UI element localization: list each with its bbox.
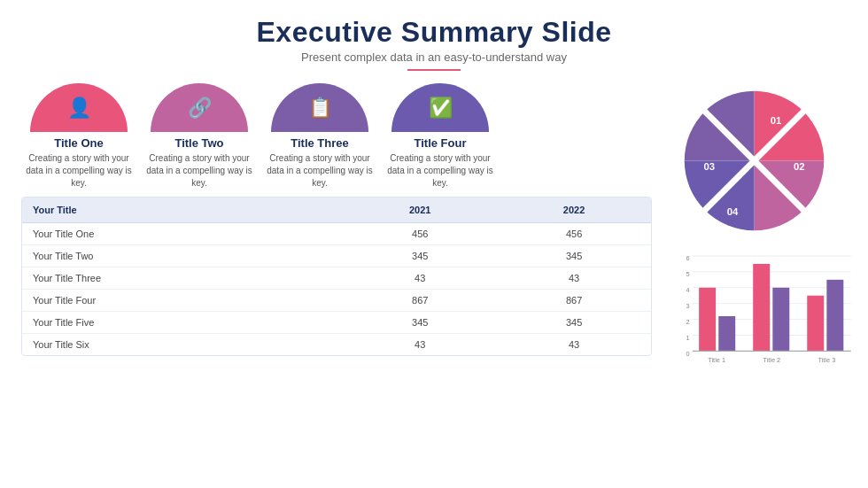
data-table: Your Title20212022 Your Title One456456Y… <box>21 197 652 356</box>
bar-1-1 <box>699 288 716 352</box>
table-row: Your Title One456456 <box>22 223 651 245</box>
card-icon-four: ✅ <box>429 97 453 120</box>
cards-row: 👤 Title One Creating a story with your d… <box>21 83 652 190</box>
y-label-4: 4 <box>686 286 690 294</box>
table-row: Your Title Two345345 <box>22 245 651 267</box>
card-semicircle-one: 👤 <box>30 83 128 132</box>
card-semicircle-two: 🔗 <box>151 83 248 132</box>
table-cell-2-0: Your Title Three <box>22 267 343 290</box>
card-one: 👤 Title One Creating a story with your d… <box>21 83 136 190</box>
main-title: Executive Summary Slide <box>256 16 611 49</box>
pie-svg: 01 02 03 04 <box>677 83 832 238</box>
card-title-two: Title Two <box>174 136 223 150</box>
main-content: 👤 Title One Creating a story with your d… <box>21 83 652 476</box>
card-icon-one: 👤 <box>67 97 91 120</box>
card-four: ✅ Title Four Creating a story with your … <box>383 83 498 190</box>
table-row: Your Title Six4343 <box>22 334 651 356</box>
table-cell-0-0: Your Title One <box>22 223 343 245</box>
card-icon-two: 🔗 <box>188 97 212 120</box>
table-header-row: Your Title20212022 <box>22 198 651 223</box>
table-cell-4-2: 345 <box>497 312 651 334</box>
card-desc-two: Creating a story with your data in a com… <box>142 152 257 190</box>
table-cell-4-1: 345 <box>343 312 497 334</box>
table-cell-3-1: 867 <box>343 290 497 312</box>
table-cell-3-2: 867 <box>497 290 651 312</box>
card-three: 📋 Title Three Creating a story with your… <box>262 83 377 190</box>
table: Your Title20212022 Your Title One456456Y… <box>22 198 651 355</box>
table-cell-1-0: Your Title Two <box>22 245 343 267</box>
body-area: 👤 Title One Creating a story with your d… <box>21 83 847 476</box>
card-semicircle-three: 📋 <box>271 83 368 132</box>
x-label-3: Title 3 <box>818 356 835 364</box>
bar-2-1 <box>753 264 770 351</box>
pie-label-04: 04 <box>726 206 738 217</box>
card-title-three: Title Three <box>291 136 349 150</box>
y-label-3: 3 <box>686 302 690 310</box>
page: Executive Summary Slide Present complex … <box>0 0 868 488</box>
x-label-1: Title 1 <box>708 356 725 364</box>
table-body: Your Title One456456Your Title Two345345… <box>22 223 651 356</box>
table-cell-0-2: 456 <box>497 223 651 245</box>
table-cell-2-2: 43 <box>497 267 651 290</box>
table-head: Your Title20212022 <box>22 198 651 223</box>
card-two: 🔗 Title Two Creating a story with your d… <box>142 83 257 190</box>
card-desc-one: Creating a story with your data in a com… <box>21 152 136 190</box>
bar-2-2 <box>772 288 789 352</box>
card-semicircle-four: ✅ <box>391 83 489 132</box>
card-icon-three: 📋 <box>308 97 332 120</box>
table-cell-3-0: Your Title Four <box>22 290 343 312</box>
bar-chart: 0 1 2 3 4 5 6 <box>661 247 847 384</box>
pie-label-03: 03 <box>703 161 715 172</box>
table-cell-2-1: 43 <box>343 267 497 290</box>
table-header-2: 2022 <box>497 198 651 223</box>
table-header-0: Your Title <box>22 198 343 223</box>
y-label-6: 6 <box>686 254 690 262</box>
y-label-2: 2 <box>686 318 690 326</box>
y-label-0: 0 <box>686 350 690 358</box>
right-area: 01 02 03 04 0 1 2 3 4 5 6 <box>661 83 847 476</box>
bar-1-2 <box>718 316 735 351</box>
y-label-1: 1 <box>686 334 690 342</box>
table-cell-5-0: Your Title Six <box>22 334 343 356</box>
table-header-1: 2021 <box>343 198 497 223</box>
card-desc-four: Creating a story with your data in a com… <box>383 152 498 190</box>
bar-chart-svg: 0 1 2 3 4 5 6 <box>678 247 856 371</box>
card-title-one: Title One <box>54 136 103 150</box>
pie-label-02: 02 <box>793 161 804 172</box>
table-cell-1-1: 345 <box>343 245 497 267</box>
table-cell-5-1: 43 <box>343 334 497 356</box>
y-label-5: 5 <box>686 270 690 278</box>
card-title-four: Title Four <box>415 136 467 150</box>
table-cell-4-0: Your Title Five <box>22 312 343 334</box>
subtitle: Present complex data in an easy-to-under… <box>256 50 611 64</box>
pie-chart: 01 02 03 04 <box>677 83 832 238</box>
table-row: Your Title Three4343 <box>22 267 651 290</box>
x-label-2: Title 2 <box>763 356 780 364</box>
bar-3-2 <box>826 280 843 352</box>
subtitle-divider <box>407 69 461 71</box>
bar-3-1 <box>807 296 824 352</box>
table-row: Your Title Five345345 <box>22 312 651 334</box>
table-cell-0-1: 456 <box>343 223 497 245</box>
card-desc-three: Creating a story with your data in a com… <box>262 152 377 190</box>
header: Executive Summary Slide Present complex … <box>256 16 611 71</box>
table-cell-1-2: 345 <box>497 245 651 267</box>
table-cell-5-2: 43 <box>497 334 651 356</box>
pie-label-01: 01 <box>770 115 781 126</box>
table-row: Your Title Four867867 <box>22 290 651 312</box>
